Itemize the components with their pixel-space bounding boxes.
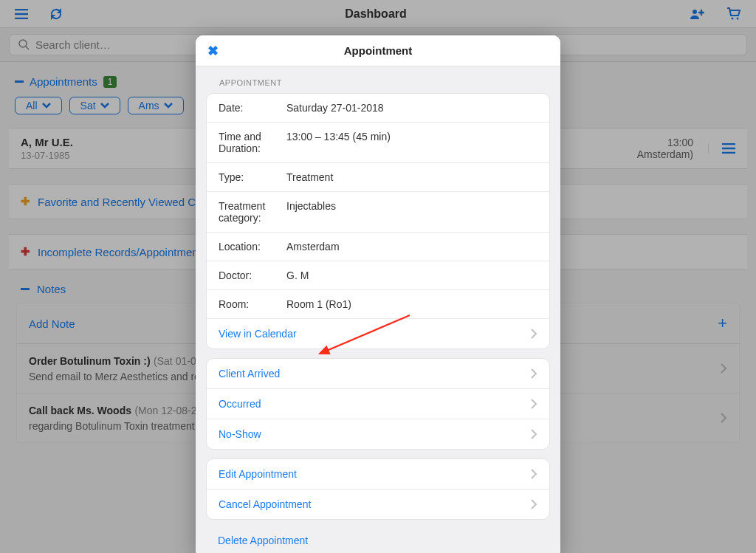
chevron-right-icon [531, 499, 537, 509]
chevron-right-icon [531, 429, 537, 439]
kv-key: Type: [219, 171, 286, 183]
chevron-right-icon [531, 329, 537, 339]
details-card: Date:Saturday 27-01-2018 Time and Durati… [206, 93, 550, 349]
kv-key: Treatment category: [219, 200, 286, 224]
edit-appointment-link[interactable]: Edit Appointment [207, 459, 549, 490]
cancel-appointment-link[interactable]: Cancel Appointment [207, 490, 549, 519]
kv-val: 13:00 – 13:45 (45 min) [286, 131, 391, 154]
kv-key: Date: [219, 102, 286, 114]
kv-key: Location: [219, 241, 286, 253]
client-arrived-link[interactable]: Client Arrived [207, 359, 549, 389]
chevron-right-icon [531, 368, 537, 379]
delete-label: Delete Appointment [218, 535, 308, 546]
view-calendar-link[interactable]: View in Calendar [207, 319, 549, 348]
occurred-link[interactable]: Occurred [207, 389, 549, 419]
kv-val: Amsterdam [286, 241, 340, 253]
edit-label: Edit Appointment [219, 468, 297, 480]
appointment-modal: ✖ Appointment APPOINTMENT Date:Saturday … [196, 35, 560, 553]
cancel-label: Cancel Appointment [219, 498, 311, 510]
status-actions-card: Client Arrived Occurred No-Show [206, 358, 550, 450]
close-icon[interactable]: ✖ [207, 43, 219, 59]
client-arrived-label: Client Arrived [219, 368, 280, 379]
modal-title: Appointment [207, 44, 549, 57]
modal-header: ✖ Appointment [196, 35, 560, 66]
delete-appointment-link[interactable]: Delete Appointment [196, 529, 560, 553]
kv-key: Time and Duration: [219, 131, 286, 154]
kv-val: Saturday 27-01-2018 [286, 102, 384, 114]
modal-section-label: APPOINTMENT [196, 66, 560, 93]
noshow-label: No-Show [219, 428, 261, 440]
chevron-right-icon [531, 469, 537, 479]
view-calendar-label: View in Calendar [219, 328, 297, 340]
edit-actions-card: Edit Appointment Cancel Appointment [206, 458, 550, 520]
kv-val: Treatment [286, 171, 333, 183]
modal-overlay: ✖ Appointment APPOINTMENT Date:Saturday … [0, 0, 756, 553]
kv-val: Room 1 (Ro1) [286, 298, 351, 310]
kv-val: G. M [286, 269, 309, 281]
noshow-link[interactable]: No-Show [207, 419, 549, 449]
kv-key: Room: [219, 298, 286, 310]
kv-key: Doctor: [219, 269, 286, 281]
chevron-right-icon [531, 399, 537, 409]
occurred-label: Occurred [219, 398, 261, 410]
kv-val: Injectables [286, 200, 336, 224]
